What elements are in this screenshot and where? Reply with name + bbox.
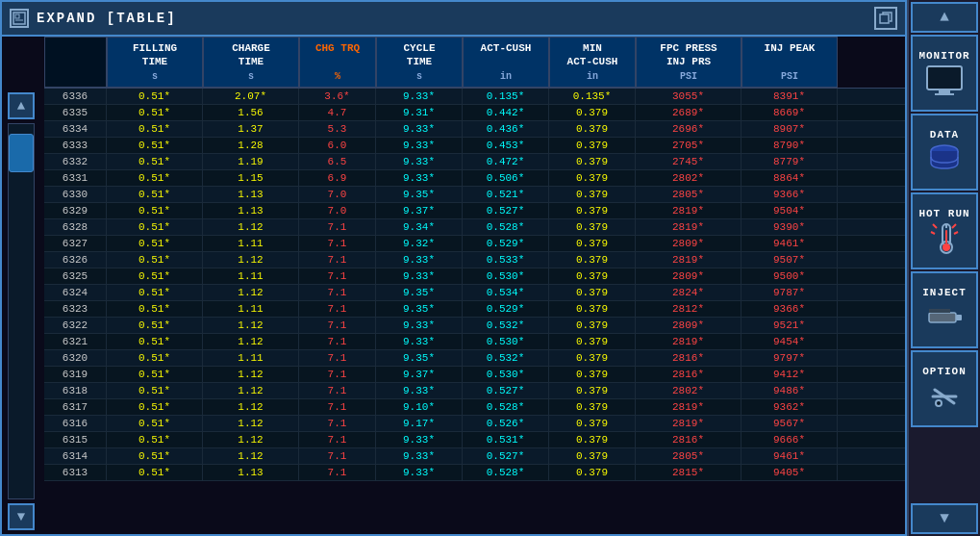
hotrun-label: HOT RUN	[918, 208, 969, 219]
cell-charge: 1.13	[203, 187, 299, 202]
cell-charge: 1.12	[203, 448, 299, 464]
cell-minact: 0.379	[549, 350, 636, 366]
cell-minact: 0.135*	[549, 89, 636, 104]
cell-chgtrq: 7.1	[299, 399, 376, 415]
inject-button[interactable]: INJECT	[911, 271, 978, 348]
cell-actcush: 0.472*	[463, 154, 549, 169]
col-header-id	[44, 37, 107, 88]
scroll-down-button[interactable]: ▼	[8, 503, 35, 530]
hotrun-button[interactable]: HOT RUN	[911, 192, 978, 269]
cell-actcush: 0.528*	[463, 465, 549, 480]
cell-actcush: 0.530*	[463, 334, 549, 349]
cell-cycle: 9.33*	[376, 383, 463, 398]
cell-actcush: 0.527*	[463, 448, 549, 464]
option-button[interactable]: OPTION	[911, 350, 978, 427]
cell-fpc: 2802*	[636, 383, 741, 398]
cell-injpeak: 9461*	[741, 236, 838, 251]
svg-rect-6	[935, 93, 954, 95]
cell-fpc: 2809*	[636, 268, 741, 284]
scroll-thumb[interactable]	[9, 134, 34, 172]
cell-cycle: 9.33*	[376, 252, 463, 268]
cell-cycle: 9.33*	[376, 268, 463, 284]
svg-rect-10	[945, 230, 947, 243]
cell-actcush: 0.521*	[463, 187, 549, 202]
monitor-button[interactable]: MONITOR	[911, 35, 978, 112]
cell-minact: 0.379	[549, 367, 636, 382]
cell-injpeak: 9521*	[741, 318, 838, 333]
cell-chgtrq: 4.7	[299, 105, 376, 120]
cell-filling: 0.51*	[107, 170, 203, 186]
cell-minact: 0.379	[549, 383, 636, 398]
cell-minact: 0.379	[549, 236, 636, 251]
cell-id: 6314	[44, 448, 107, 464]
col-header-injpeak: INJ PEAKPSI	[741, 37, 838, 88]
cell-minact: 0.379	[549, 203, 636, 218]
cell-injpeak: 9412*	[741, 367, 838, 382]
sidebar-up-button[interactable]: ▲	[911, 2, 978, 33]
scroll-up-button[interactable]: ▲	[8, 92, 35, 119]
table-row: 6331 0.51* 1.15 6.9 9.33* 0.506* 0.379 2…	[44, 170, 905, 187]
monitor-icon	[925, 65, 964, 96]
table-row: 6317 0.51* 1.12 7.1 9.10* 0.528* 0.379 2…	[44, 399, 905, 416]
svg-rect-18	[956, 315, 962, 320]
cell-id: 6331	[44, 170, 107, 186]
cell-minact: 0.379	[549, 334, 636, 349]
svg-line-16	[931, 232, 935, 234]
cell-injpeak: 9567*	[741, 416, 838, 431]
cell-chgtrq: 7.1	[299, 219, 376, 235]
cell-id: 6320	[44, 350, 107, 366]
cell-injpeak: 9461*	[741, 448, 838, 464]
cell-cycle: 9.37*	[376, 203, 463, 218]
cell-cycle: 9.32*	[376, 236, 463, 251]
window-minimize-icon[interactable]	[10, 9, 29, 28]
cell-fpc: 2815*	[636, 465, 741, 480]
cell-minact: 0.379	[549, 448, 636, 464]
cell-charge: 1.11	[203, 301, 299, 317]
data-table: FILLINGTIMEs CHARGETIMEs CHG TRQ% CYCLET…	[2, 37, 905, 534]
cell-filling: 0.51*	[107, 399, 203, 415]
col-header-filling: FILLINGTIMEs	[107, 37, 203, 88]
cell-injpeak: 9666*	[741, 432, 838, 447]
cell-actcush: 0.135*	[463, 89, 549, 104]
cell-minact: 0.379	[549, 105, 636, 120]
cell-id: 6330	[44, 187, 107, 202]
cell-charge: 1.12	[203, 399, 299, 415]
cell-filling: 0.51*	[107, 252, 203, 268]
table-row: 6315 0.51* 1.12 7.1 9.33* 0.531* 0.379 2…	[44, 432, 905, 448]
cell-filling: 0.51*	[107, 121, 203, 137]
cell-actcush: 0.534*	[463, 285, 549, 300]
cell-cycle: 9.37*	[376, 367, 463, 382]
restore-button[interactable]	[874, 7, 897, 30]
scroll-track	[8, 123, 35, 499]
cell-minact: 0.379	[549, 121, 636, 137]
cell-actcush: 0.506*	[463, 170, 549, 186]
cell-chgtrq: 7.1	[299, 301, 376, 317]
cell-injpeak: 9405*	[741, 465, 838, 480]
data-button[interactable]: DATA	[911, 114, 978, 191]
title-bar: EXPAND [TABLE]	[2, 2, 905, 37]
cell-fpc: 2689*	[636, 105, 741, 120]
cell-actcush: 0.529*	[463, 301, 549, 317]
cell-chgtrq: 7.1	[299, 448, 376, 464]
cell-charge: 1.28	[203, 138, 299, 153]
cell-chgtrq: 7.1	[299, 236, 376, 251]
cell-injpeak: 9486*	[741, 383, 838, 398]
cell-chgtrq: 7.1	[299, 350, 376, 366]
svg-rect-5	[939, 89, 950, 93]
cell-id: 6329	[44, 203, 107, 218]
cell-minact: 0.379	[549, 416, 636, 431]
cell-chgtrq: 6.0	[299, 138, 376, 153]
sidebar-down-button[interactable]: ▼	[911, 503, 978, 534]
cell-actcush: 0.531*	[463, 432, 549, 447]
table-row: 6335 0.51* 1.56 4.7 9.31* 0.442* 0.379 2…	[44, 105, 905, 121]
cell-chgtrq: 7.1	[299, 318, 376, 333]
cell-filling: 0.51*	[107, 448, 203, 464]
cell-injpeak: 9390*	[741, 219, 838, 235]
cell-id: 6324	[44, 285, 107, 300]
cell-minact: 0.379	[549, 219, 636, 235]
table-row: 6329 0.51* 1.13 7.0 9.37* 0.527* 0.379 2…	[44, 203, 905, 219]
cell-minact: 0.379	[549, 465, 636, 480]
data-icon	[925, 144, 964, 175]
svg-line-13	[952, 224, 956, 228]
cell-charge: 1.12	[203, 219, 299, 235]
